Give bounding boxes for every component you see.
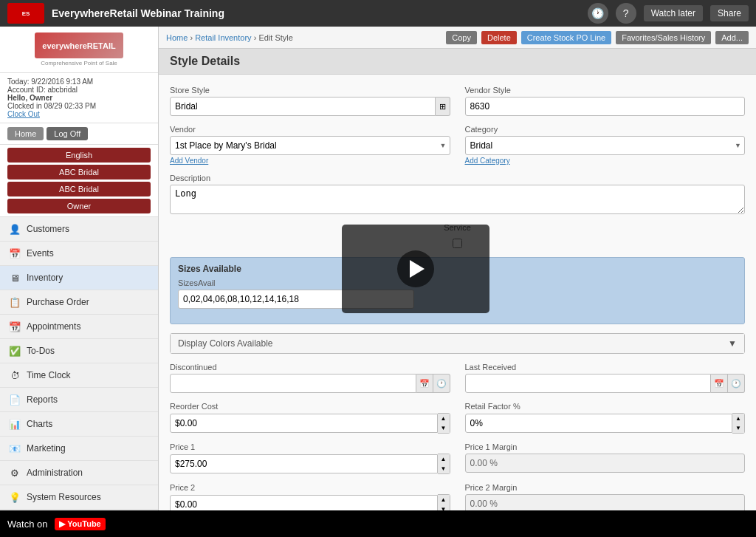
discontinued-input[interactable] (170, 374, 416, 393)
price1-up[interactable]: ▲ (438, 454, 450, 464)
retail-factor-input-wrap: ▲ ▼ (465, 413, 746, 434)
sidebar-logo: everywhereRETAIL Comprehensive Point of … (7, 33, 151, 66)
form-row-service: Service (170, 223, 745, 248)
store-style-label: Store Style (170, 86, 450, 95)
sidebar-item-administration-label: Administration (27, 468, 83, 478)
retail-factor-up[interactable]: ▲ (732, 414, 744, 423)
retail-factor-input[interactable] (465, 414, 733, 433)
share-button[interactable]: Share (710, 5, 749, 21)
breadcrumb-edit-style: Edit Style (258, 33, 292, 42)
price2-down[interactable]: ▼ (438, 504, 450, 510)
favorites-sales-history-button[interactable]: Favorites/Sales History (616, 31, 711, 44)
price2-input[interactable] (170, 495, 438, 510)
price1-input[interactable] (170, 454, 438, 473)
sidebar-item-customers[interactable]: 👤 Customers (0, 217, 158, 242)
reorder-cost-group: Reorder Cost ▲ ▼ (170, 402, 450, 434)
description-group: Description Long (170, 174, 745, 214)
vendor-label: Vendor (170, 125, 450, 134)
youtube-logo[interactable]: ▶ YouTube (55, 518, 105, 530)
lang-btn-abc-bridal-2[interactable]: ABC Bridal (7, 182, 151, 196)
breadcrumb-home[interactable]: Home (166, 33, 188, 42)
add-button[interactable]: Add... (715, 31, 749, 44)
reports-icon: 📄 (9, 394, 21, 406)
clock-icon[interactable]: 🕐 (588, 3, 608, 24)
price2-label: Price 2 (170, 483, 450, 492)
reorder-cost-up[interactable]: ▲ (438, 414, 450, 423)
vendor-select[interactable]: 1st Place by Mary's Bridal (170, 136, 450, 155)
service-checkbox[interactable] (453, 239, 462, 248)
watch-later-button[interactable]: Watch later (644, 5, 703, 21)
sidebar-item-charts-label: Charts (27, 419, 52, 429)
store-style-picker-icon[interactable]: ⊞ (436, 97, 450, 116)
price1-down[interactable]: ▼ (438, 464, 450, 473)
form-row-discontinued: Discontinued 📅 🕐 Last Received 📅 🕐 (170, 363, 745, 393)
last-received-input[interactable] (465, 374, 712, 393)
vendor-group: Vendor 1st Place by Mary's Bridal Add Ve… (170, 125, 450, 165)
price1-margin-group: Price 1 Margin (465, 442, 746, 474)
breadcrumb-retail-inventory[interactable]: Retail Inventory (195, 33, 251, 42)
delete-button[interactable]: Delete (481, 31, 517, 44)
sidebar-item-marketing-label: Marketing (27, 443, 66, 454)
sidebar-item-appointments[interactable]: 📆 Appointments (0, 315, 158, 339)
style-details-form: Store Style ⊞ Vendor Style Vendor (159, 75, 756, 510)
price2-up[interactable]: ▲ (438, 495, 450, 504)
discontinued-label: Discontinued (170, 363, 450, 372)
home-button[interactable]: Home (7, 127, 44, 140)
store-style-input[interactable] (170, 97, 436, 116)
last-received-clock-icon[interactable]: 🕐 (728, 374, 745, 393)
inventory-icon: 🖥 (9, 272, 21, 284)
lang-btn-owner[interactable]: Owner (7, 199, 151, 213)
retail-factor-spinner: ▲ ▼ (732, 413, 745, 434)
sidebar-item-purchase-order-label: Purchase Order (27, 297, 89, 307)
reorder-cost-down[interactable]: ▼ (438, 423, 450, 433)
lang-btn-english[interactable]: English (7, 148, 151, 163)
sizes-available-section: Sizes Available SizesAvail (170, 257, 745, 324)
charts-icon: 📊 (9, 418, 21, 430)
sidebar-item-reports[interactable]: 📄 Reports (0, 388, 158, 412)
add-category-link[interactable]: Add Category (465, 157, 746, 165)
sidebar-item-time-clock[interactable]: ⏱ Time Clock (0, 363, 158, 388)
category-select[interactable]: Bridal (465, 136, 746, 155)
sizes-avail-group: SizesAvail (178, 278, 737, 309)
description-textarea[interactable]: Long (170, 185, 745, 214)
sidebar-item-marketing[interactable]: 📧 Marketing (0, 437, 158, 461)
second-bar: Home › Retail Inventory › Edit Style Cop… (159, 27, 756, 49)
sidebar-item-administration[interactable]: ⚙ Administration (0, 461, 158, 485)
form-row-vendor-category: Vendor 1st Place by Mary's Bridal Add Ve… (170, 125, 745, 165)
today-date: Today: 9/22/2016 9:13 AM (7, 78, 151, 86)
price1-margin-label: Price 1 Margin (465, 442, 746, 451)
help-icon[interactable]: ? (616, 3, 636, 24)
sidebar-item-purchase-order[interactable]: 📋 Purchase Order (0, 290, 158, 315)
sidebar-item-to-dos[interactable]: ✅ To-Dos (0, 339, 158, 363)
sidebar-item-events[interactable]: 📅 Events (0, 242, 158, 266)
to-dos-icon: ✅ (9, 345, 21, 357)
add-vendor-link[interactable]: Add Vendor (170, 157, 450, 165)
sidebar-item-system-resources[interactable]: 💡 System Resources (0, 485, 158, 510)
sidebar-item-charts[interactable]: 📊 Charts (0, 412, 158, 437)
app-logo: ES (7, 3, 44, 24)
retail-factor-down[interactable]: ▼ (732, 423, 744, 433)
logout-button[interactable]: Log Off (47, 127, 88, 140)
last-received-calendar-icon[interactable]: 📅 (711, 374, 728, 393)
discontinued-input-wrap: 📅 🕐 (170, 374, 450, 393)
sidebar-nav: 👤 Customers 📅 Events 🖥 Inventory 📋 Purch… (0, 217, 158, 510)
vendor-style-input[interactable] (465, 97, 746, 116)
category-label: Category (465, 125, 746, 134)
sidebar-item-inventory[interactable]: 🖥 Inventory (0, 266, 158, 290)
sidebar-item-to-dos-label: To-Dos (27, 346, 55, 356)
reorder-cost-input[interactable] (170, 414, 438, 433)
clock-out-link[interactable]: Clock Out (7, 110, 40, 118)
lang-btn-abc-bridal-1[interactable]: ABC Bridal (7, 165, 151, 179)
discontinued-calendar-icon[interactable]: 📅 (416, 374, 433, 393)
sidebar-item-reports-label: Reports (27, 394, 58, 405)
price1-margin-input (465, 454, 746, 473)
discontinued-clock-icon[interactable]: 🕐 (433, 374, 450, 393)
sizes-avail-input[interactable] (178, 290, 414, 309)
display-colors-header[interactable]: Display Colors Available ▼ (171, 334, 744, 353)
create-stock-po-button[interactable]: Create Stock PO Line (521, 31, 611, 44)
top-bar-icons: 🕐 ? Watch later Share (588, 3, 749, 24)
events-icon: 📅 (9, 247, 21, 259)
last-received-group: Last Received 📅 🕐 (465, 363, 746, 393)
account-id: Account ID: abcbridal (7, 86, 151, 94)
copy-button[interactable]: Copy (446, 31, 477, 44)
